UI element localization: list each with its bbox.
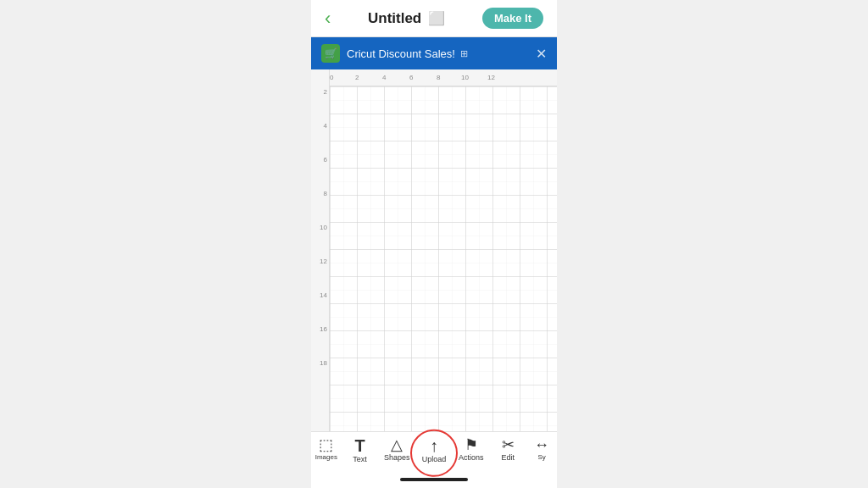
ruler-mark-4: 4 <box>324 120 327 154</box>
ruler-top-0: 0 <box>330 74 333 81</box>
symmetry-label: Sy <box>537 454 545 462</box>
svg-rect-1 <box>330 86 557 431</box>
actions-label: Actions <box>459 454 484 463</box>
ruler-mark-18: 18 <box>320 358 327 391</box>
bottom-toolbar: ⬚ Images T Text △ Shapes ↑ Upload ⚑ Acti <box>311 431 557 471</box>
ruler-top-12: 12 <box>487 74 495 81</box>
ruler-mark-12: 12 <box>320 256 327 290</box>
notification-text: Cricut Discount Sales! ⊞ <box>347 47 529 60</box>
device-icon: ⬜ <box>428 10 445 26</box>
symmetry-icon: ↔ <box>534 437 549 452</box>
toolbar-item-actions[interactable]: ⚑ Actions <box>456 437 487 463</box>
design-canvas[interactable] <box>330 86 557 431</box>
shapes-label: Shapes <box>384 454 410 463</box>
cart-icon: 🛒 <box>325 47 337 59</box>
ruler-top-marks: 0 2 4 6 8 10 12 <box>330 69 557 86</box>
ruler-mark-2: 2 <box>324 86 327 120</box>
ruler-mark-6: 6 <box>324 154 327 188</box>
ruler-top-8: 8 <box>437 74 440 81</box>
edit-icon: ✂ <box>502 437 515 452</box>
back-button[interactable]: ‹ <box>325 8 331 30</box>
images-label: Images <box>315 454 337 462</box>
ruler-left: 2 4 6 8 10 12 14 16 18 <box>311 69 330 431</box>
make-it-button[interactable]: Make It <box>482 8 543 29</box>
notification-icon: 🛒 <box>321 44 340 63</box>
canvas-area: 2 4 6 8 10 12 14 16 18 0 2 4 6 8 10 12 <box>311 69 557 431</box>
ruler-top: 0 2 4 6 8 10 12 <box>330 69 557 86</box>
ruler-mark-8: 8 <box>324 188 327 222</box>
text-icon: T <box>354 437 364 454</box>
ruler-mark-16: 16 <box>320 324 327 358</box>
edit-label: Edit <box>502 454 515 463</box>
toolbar-item-text[interactable]: T Text <box>345 437 376 464</box>
home-indicator <box>311 471 557 488</box>
toolbar-item-images[interactable]: ⬚ Images <box>314 437 338 462</box>
shapes-icon: △ <box>391 437 403 452</box>
home-bar <box>400 478 468 481</box>
ruler-mark-10: 10 <box>320 222 327 256</box>
phone-frame: ‹ Untitled ⬜ Make It 🛒 Cricut Discount S… <box>311 0 557 488</box>
grid-svg <box>330 86 557 431</box>
ruler-mark-14: 14 <box>320 290 327 324</box>
ruler-top-4: 4 <box>382 74 386 81</box>
upload-icon: ↑ <box>430 437 438 454</box>
toolbar-item-symmetry[interactable]: ↔ Sy <box>530 437 554 462</box>
document-title: Untitled <box>368 10 421 27</box>
upload-label: Upload <box>422 456 447 464</box>
grid-container: 0 2 4 6 8 10 12 <box>330 69 557 431</box>
toolbar-item-upload[interactable]: ↑ Upload <box>419 437 449 464</box>
ruler-top-2: 2 <box>355 74 359 81</box>
toolbar-items: ⬚ Images T Text △ Shapes ↑ Upload ⚑ Acti <box>311 437 557 464</box>
ruler-top-10: 10 <box>461 74 469 81</box>
title-area: Untitled ⬜ <box>368 10 445 27</box>
top-header: ‹ Untitled ⬜ Make It <box>311 0 557 37</box>
toolbar-item-shapes[interactable]: △ Shapes <box>381 437 412 463</box>
images-icon: ⬚ <box>319 437 333 452</box>
ruler-top-6: 6 <box>409 74 413 81</box>
toolbar-item-edit[interactable]: ✂ Edit <box>492 437 523 463</box>
actions-icon: ⚑ <box>465 437 478 452</box>
notification-banner: 🛒 Cricut Discount Sales! ⊞ ✕ <box>311 37 557 69</box>
text-label: Text <box>353 456 367 464</box>
notification-close-button[interactable]: ✕ <box>536 46 547 62</box>
filter-icon: ⊞ <box>460 48 468 59</box>
